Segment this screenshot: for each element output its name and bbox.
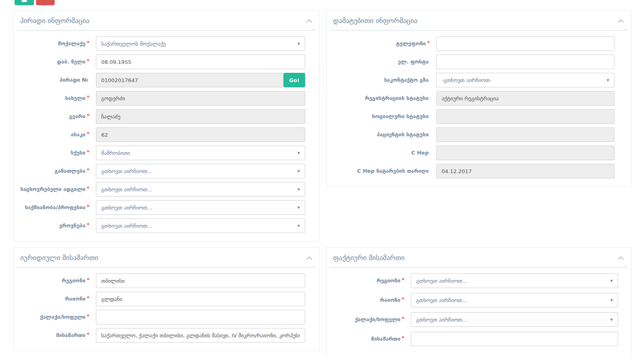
- label-text: ქალაქი/სოფელი: [40, 314, 86, 320]
- residence-label: საცხოვრებელი ადგილი*: [14, 186, 96, 193]
- label-text: დაბ. წელი: [57, 59, 86, 65]
- label-text: რეგისტრაციის სტატუსი: [365, 95, 429, 101]
- collapse-toggle[interactable]: [617, 18, 625, 23]
- field-row: რეგისტრაციის სტატუსი: [327, 91, 631, 106]
- education-select[interactable]: გთხოვთ აირჩიოთ... ▼: [96, 164, 305, 178]
- c-hep-date-input: [436, 164, 614, 178]
- required-star: *: [402, 296, 404, 302]
- panel-actual-body: რეგიონი* გთხოვთ აირჩიოთ... ▼ რაიონი* გთხ…: [327, 268, 631, 358]
- birth-date-input[interactable]: [96, 55, 305, 69]
- field-row: ასაკი*: [14, 127, 319, 142]
- required-star: *: [87, 167, 89, 173]
- c-hep-label: C Hep: [327, 150, 436, 156]
- social-status-label: სოციალური სტატუსი: [327, 113, 436, 120]
- actual-city-label: ქალაქი/სოფელი*: [327, 316, 411, 323]
- required-star: *: [402, 277, 404, 283]
- legal-city-input[interactable]: [96, 310, 305, 324]
- label-text: საქმიანობა/პროფესია: [25, 204, 85, 210]
- collapse-toggle[interactable]: [617, 255, 625, 261]
- collapse-toggle[interactable]: [306, 255, 313, 261]
- go-button[interactable]: Go!: [283, 73, 305, 87]
- phone-input[interactable]: [436, 36, 614, 51]
- panel-actual-header: ფაქტიური მისამართი: [330, 248, 628, 268]
- selected-value: -გთხოვთ აირჩიოთ-: [442, 77, 491, 83]
- required-star: *: [87, 112, 89, 119]
- actual-address-input[interactable]: [411, 332, 618, 346]
- legal-address-label: მისამართი*: [14, 332, 96, 339]
- label-text: რაიონი: [65, 296, 86, 302]
- required-star: *: [87, 295, 89, 301]
- actual-region-label: რეგიონი*: [327, 278, 411, 284]
- email-input[interactable]: [436, 55, 614, 69]
- field-row: ელ. ფოსტა: [327, 55, 631, 69]
- required-star: *: [402, 335, 404, 341]
- label-text: ქალაქი/სოფელი: [355, 316, 401, 322]
- required-star: *: [87, 203, 89, 210]
- legal-region-label: რეგიონი*: [14, 278, 96, 284]
- required-star: *: [87, 331, 89, 337]
- chevron-up-icon: [306, 256, 312, 260]
- actual-district-select[interactable]: გთხოვთ აირჩიოთ... ▼: [411, 293, 618, 307]
- legal-district-input[interactable]: [96, 292, 305, 306]
- residence-select[interactable]: გთხოვთ აირჩიოთ... ▼: [96, 182, 305, 197]
- field-row: სოციალური სტატუსი: [327, 109, 631, 124]
- citizenship-select[interactable]: საქართველოს მოქალაქე ▼: [96, 36, 305, 51]
- label-text: რეგიონი: [377, 278, 401, 284]
- form-grid: პირადი ინფორმაცია მოქალაქე* საქართველოს …: [13, 10, 644, 358]
- label-text: ელ. ფოსტა: [398, 59, 429, 65]
- caret-down-icon: ▼: [298, 188, 300, 191]
- required-star: *: [87, 40, 89, 46]
- contact-method-label: საკონტაქტო გზა: [327, 77, 436, 83]
- label-text: ტელეფონი: [396, 40, 426, 47]
- field-row: პაციენტის სტატუსი: [327, 127, 631, 142]
- field-row: რაიონი*: [14, 292, 319, 306]
- field-row: გვარი*: [14, 109, 319, 124]
- selected-value: მამრობითი: [101, 150, 130, 156]
- c-hep-input: [436, 146, 614, 160]
- actual-region-select[interactable]: გთხოვთ აირჩიოთ... ▼: [411, 273, 618, 288]
- gender-select[interactable]: მამრობითი ▼: [96, 146, 305, 160]
- chevron-up-icon: [618, 256, 624, 260]
- panel-title: პირადი ინფორმაცია: [20, 16, 89, 25]
- collapse-toggle[interactable]: [306, 18, 313, 23]
- caret-down-icon: ▼: [610, 318, 613, 322]
- legal-address-input[interactable]: [96, 328, 305, 343]
- email-label: ელ. ფოსტა: [327, 59, 436, 65]
- registration-status-label: რეგისტრაციის სტატუსი: [327, 95, 436, 102]
- field-row: დაბ. წელი*: [14, 55, 319, 69]
- required-star: *: [402, 316, 404, 322]
- nationality-select[interactable]: გთხოვთ აირჩიოთ... ▼: [96, 218, 305, 233]
- last-name-input: [96, 109, 305, 124]
- personal-number-group: Go!: [96, 73, 305, 87]
- panel-title: ფაქტიური მისამართი: [333, 253, 405, 262]
- field-row: მისამართი*: [327, 332, 631, 346]
- label-text: C Hep ჩატარების თარიღი: [357, 168, 429, 174]
- panel-personal-header: პირადი ინფორმაცია: [17, 11, 316, 31]
- c-hep-date-label: C Hep ჩატარების თარიღი: [327, 168, 436, 174]
- personal-number-input: [96, 73, 283, 87]
- last-name-label: გვარი*: [14, 113, 96, 120]
- occupation-select[interactable]: გთხოვთ აირჩიოთ... ▼: [96, 200, 305, 215]
- actual-address-label: მისამართი*: [327, 336, 411, 342]
- field-row: სქესი* მამრობითი ▼: [14, 146, 319, 160]
- label-text: გვარი: [69, 113, 86, 119]
- field-row: საცხოვრებელი ადგილი* გთხოვთ აირჩიოთ... ▼: [14, 182, 319, 197]
- actual-city-select[interactable]: გთხოვთ აირჩიოთ... ▼: [411, 312, 618, 327]
- caret-down-icon: ▼: [610, 299, 613, 302]
- save-button[interactable]: [15, 0, 34, 5]
- nationality-label: ეროვნება*: [14, 222, 96, 229]
- first-name-input: [96, 91, 305, 106]
- required-star: *: [87, 131, 89, 137]
- label-text: საკონტაქტო გზა: [384, 77, 429, 83]
- panel-additional-info: დამატებითი ინფორმაცია ტელეფონი* ელ. ფოსტ…: [326, 10, 631, 187]
- contact-method-select[interactable]: -გთხოვთ აირჩიოთ- ▼: [436, 73, 614, 87]
- gender-label: სქესი*: [14, 150, 96, 156]
- legal-region-input[interactable]: [96, 273, 305, 288]
- delete-button[interactable]: [36, 0, 55, 5]
- field-row: ქალაქი/სოფელი* გთხოვთ აირჩიოთ... ▼: [327, 312, 631, 327]
- chevron-up-icon: [306, 19, 312, 23]
- actual-district-label: რაიონი*: [327, 297, 411, 303]
- field-row: პირადი № Go!: [14, 73, 319, 87]
- selected-value: გთხოვთ აირჩიოთ...: [101, 168, 152, 174]
- occupation-label: საქმიანობა/პროფესია*: [14, 204, 96, 211]
